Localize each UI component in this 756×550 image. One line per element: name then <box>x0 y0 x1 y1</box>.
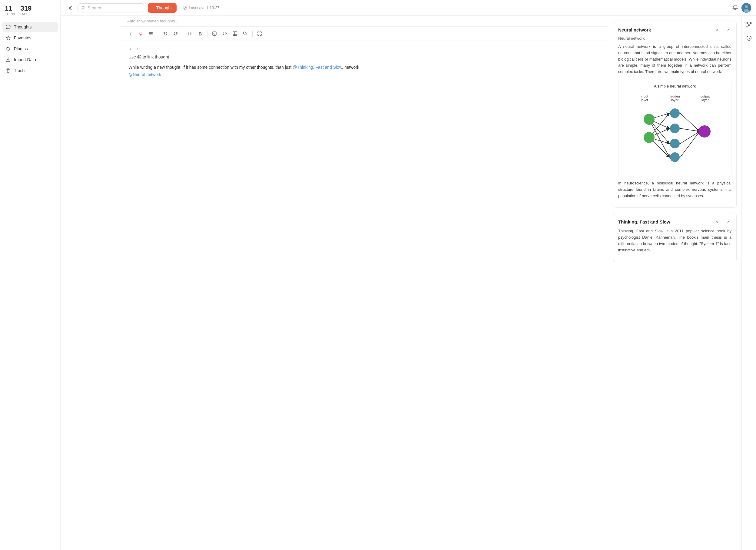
card-body-thinking: Thinking, Fast and Slow is a 2011 popula… <box>618 228 731 253</box>
sidebar-item-trash[interactable]: Trash <box>2 65 58 76</box>
star-icon <box>5 35 11 41</box>
svg-point-38 <box>750 22 751 24</box>
sidebar-item-favorites[interactable]: Favorites <box>2 33 58 43</box>
sidebar: 11 THINK 319 DAY Thoughts Favorites Plug… <box>0 0 61 550</box>
card-title-thinking: Thinking, Fast and Slow <box>618 219 670 224</box>
diagram-title: A simple neural network <box>623 84 726 88</box>
think-stat: 11 THINK <box>5 5 16 16</box>
toolbar-code-button[interactable] <box>220 29 229 38</box>
row-controls-1: ▾ <box>127 46 142 52</box>
svg-point-29 <box>644 114 655 125</box>
svg-text:hidden: hidden <box>670 94 680 98</box>
svg-point-7 <box>744 9 749 13</box>
card-actions-neural: ∧ ↗ <box>713 26 731 34</box>
toolbar-heading-button[interactable]: H <box>185 29 194 38</box>
toolbar-separator-4 <box>252 31 253 37</box>
svg-text:layer: layer <box>641 98 648 102</box>
svg-text:layer: layer <box>701 98 709 102</box>
svg-line-28 <box>680 131 700 157</box>
collapse-sidebar-button[interactable] <box>65 4 74 12</box>
sidebar-stats: 11 THINK 319 DAY <box>0 0 60 19</box>
card-header-neural: Neural network ∧ ↗ <box>618 26 731 34</box>
sidebar-item-thoughts[interactable]: Thoughts <box>2 22 58 32</box>
bubble-icon <box>5 24 11 30</box>
editor-content: ▾ Use @ to link thought While writing a … <box>121 41 608 550</box>
svg-point-37 <box>747 22 748 24</box>
editor-row-1: ▾ <box>127 46 602 52</box>
nn-svg-container: input layer hidden layer output layer <box>623 92 726 171</box>
download-icon <box>5 57 11 62</box>
toolbar-cloud-button[interactable] <box>241 29 250 38</box>
editor-area: Auto show related thoughts... H B <box>121 16 608 550</box>
svg-point-8 <box>140 32 142 35</box>
svg-point-33 <box>670 139 680 148</box>
toolbar-expand-button[interactable] <box>255 29 264 38</box>
svg-point-39 <box>747 26 748 27</box>
card-collapse-button-thinking[interactable]: ∨ <box>713 218 721 226</box>
search-box[interactable] <box>78 3 144 12</box>
svg-text:output: output <box>701 94 710 98</box>
row-expand-button[interactable]: ▾ <box>127 46 134 52</box>
svg-point-30 <box>644 132 655 143</box>
svg-point-35 <box>698 125 711 137</box>
save-time: 13:27 <box>210 5 220 10</box>
save-status: Last saved 13:27 <box>183 5 219 10</box>
sidebar-nav: Thoughts Favorites Plugins Import Data T… <box>0 19 60 78</box>
plug-icon <box>5 46 11 51</box>
svg-point-6 <box>745 5 748 8</box>
think-label: THINK <box>5 12 16 16</box>
toolbar-redo-button[interactable] <box>171 29 180 38</box>
check-circle-icon <box>183 6 187 10</box>
link-graph-button[interactable] <box>744 19 754 30</box>
svg-rect-10 <box>233 32 237 36</box>
toolbar-table-button[interactable] <box>230 29 240 38</box>
sidebar-label-favorites: Favorites <box>14 35 31 40</box>
related-panel: Neural network ∧ ↗ Neural network A neur… <box>608 16 741 550</box>
toolbar-separator-2 <box>183 31 183 37</box>
svg-line-27 <box>680 131 700 144</box>
card-title-neural: Neural network <box>618 27 651 32</box>
card-body-neural-2: In neuroscience, a biological neural net… <box>618 180 731 199</box>
related-card-thinking: Thinking, Fast and Slow ∨ ↗ Thinking, Fa… <box>613 213 737 262</box>
toolbar-align-button[interactable] <box>147 29 156 38</box>
svg-rect-2 <box>8 47 9 48</box>
svg-rect-1 <box>7 47 8 48</box>
day-stat: 319 DAY <box>21 5 32 16</box>
add-thought-button[interactable]: + Thought <box>148 3 177 13</box>
sidebar-item-plugins[interactable]: Plugins <box>2 44 58 54</box>
search-input[interactable] <box>88 5 140 10</box>
editor-text-block-2: While writing a new thought, if it has s… <box>127 64 602 78</box>
svg-point-32 <box>670 124 680 133</box>
mention-link-neural[interactable]: @Neural network <box>128 72 161 77</box>
editor-text-1: Use @ to link thought <box>127 54 602 60</box>
card-actions-thinking: ∨ ↗ <box>713 218 731 226</box>
row-delete-button[interactable] <box>135 46 142 52</box>
history-button[interactable] <box>744 33 754 44</box>
toolbar-bulb-button[interactable] <box>136 29 145 38</box>
day-count: 319 <box>21 5 32 12</box>
mention-link-thinking[interactable]: @Thinking, Fast and Slow <box>293 65 342 70</box>
toolbar-undo-button[interactable] <box>161 29 170 38</box>
svg-marker-0 <box>6 36 10 40</box>
save-label: Last saved <box>189 5 208 10</box>
toolbar-bold-button[interactable]: B <box>196 29 205 38</box>
card-collapse-button-neural[interactable]: ∧ <box>713 26 721 34</box>
toolbar-checkbox-button[interactable] <box>210 29 219 38</box>
sidebar-label-thoughts: Thoughts <box>14 25 31 29</box>
auto-show-text: Auto show related thoughts... <box>127 19 178 23</box>
related-card-neural-network: Neural network ∧ ↗ Neural network A neur… <box>613 21 737 208</box>
topbar: + Thought Last saved 13:27 <box>61 0 756 16</box>
topbar-right <box>732 3 751 13</box>
sidebar-item-import[interactable]: Import Data <box>2 55 58 65</box>
svg-point-31 <box>670 108 680 118</box>
user-avatar[interactable] <box>741 3 751 13</box>
editor-text-middle: . network <box>342 65 359 70</box>
notification-button[interactable] <box>732 5 738 11</box>
search-icon <box>81 6 85 10</box>
card-expand-button-neural[interactable]: ↗ <box>724 26 731 34</box>
auto-show-bar: Auto show related thoughts... <box>121 16 608 27</box>
card-expand-button-thinking[interactable]: ↗ <box>724 218 731 226</box>
svg-text:layer: layer <box>671 98 678 102</box>
think-count: 11 <box>5 5 16 12</box>
toolbar-back-button[interactable] <box>126 29 135 38</box>
